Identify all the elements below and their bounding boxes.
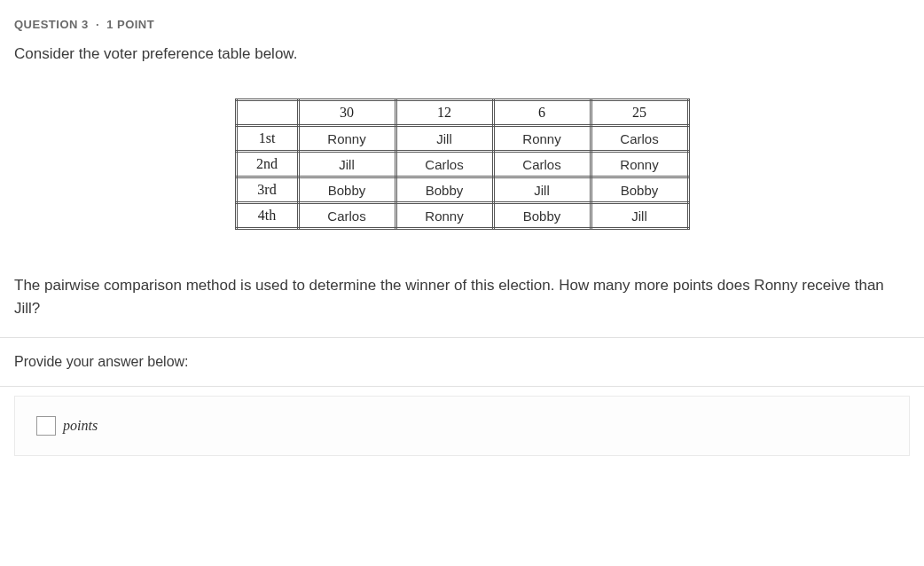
intro-text: Consider the voter preference table belo…: [0, 38, 924, 90]
table-row: 1st Ronny Jill Ronny Carlos: [236, 126, 688, 152]
table-header-cell: 12: [395, 100, 493, 126]
table-cell: Jill: [298, 152, 395, 177]
table-cell: Jill: [395, 126, 493, 152]
row-label: 2nd: [236, 152, 298, 177]
row-label: 3rd: [236, 177, 298, 203]
table-cell: Bobby: [395, 177, 493, 203]
table-header-cell: [236, 100, 298, 126]
table-cell: Carlos: [493, 152, 591, 177]
table-cell: Ronny: [395, 203, 493, 229]
table-cell: Bobby: [298, 177, 395, 203]
table-cell: Jill: [493, 177, 591, 203]
table-cell: Ronny: [298, 126, 395, 152]
question-header: QUESTION 3 · 1 POINT: [0, 0, 924, 38]
table-cell: Ronny: [493, 126, 591, 152]
preference-table: 30 12 6 25 1st Ronny Jill Ronny Carlos 2…: [235, 98, 690, 230]
question-points: 1 POINT: [106, 18, 154, 31]
answer-box: points: [14, 396, 910, 456]
table-row: 3rd Bobby Bobby Jill Bobby: [236, 177, 688, 203]
table-cell: Jill: [591, 203, 688, 229]
table-cell: Bobby: [493, 203, 591, 229]
table-cell: Ronny: [591, 152, 688, 177]
table-header-cell: 6: [493, 100, 591, 126]
table-cell: Bobby: [591, 177, 688, 203]
table-header-cell: 25: [591, 100, 688, 126]
row-label: 1st: [236, 126, 298, 152]
table-row: 2nd Jill Carlos Carlos Ronny: [236, 152, 688, 177]
question-number: QUESTION 3: [14, 18, 89, 31]
table-header-row: 30 12 6 25: [236, 100, 688, 126]
divider: [0, 386, 924, 387]
question-prompt: The pairwise comparison method is used t…: [0, 265, 924, 337]
answer-input[interactable]: [36, 416, 56, 436]
answer-unit: points: [63, 418, 98, 434]
preference-table-wrap: 30 12 6 25 1st Ronny Jill Ronny Carlos 2…: [0, 90, 924, 265]
table-row: 4th Carlos Ronny Bobby Jill: [236, 203, 688, 229]
table-cell: Carlos: [298, 203, 395, 229]
table-cell: Carlos: [395, 152, 493, 177]
provide-answer-label: Provide your answer below:: [0, 338, 924, 386]
row-label: 4th: [236, 203, 298, 229]
table-header-cell: 30: [298, 100, 395, 126]
table-cell: Carlos: [591, 126, 688, 152]
separator-dot: ·: [96, 18, 99, 31]
